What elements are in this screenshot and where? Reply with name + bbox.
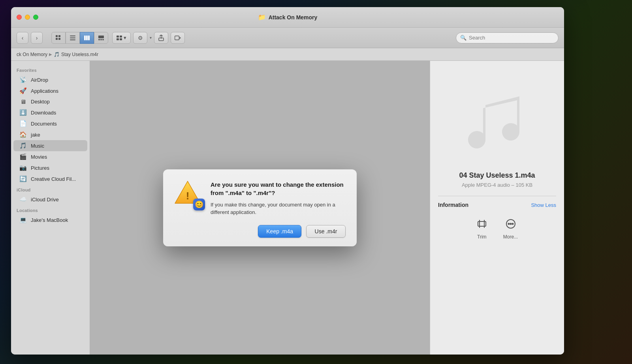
svg-rect-16 [117,38,119,40]
more-icon [505,218,516,232]
sidebar-label-movies: Movies [31,154,47,160]
svg-text:!: ! [186,190,190,202]
modal-overlay: ! 😊 Are you sure you want to change the … [90,61,430,355]
modal-title: Are you sure you want to change the exte… [211,180,346,197]
sidebar-item-music[interactable]: 🎵 Music [13,140,87,151]
folder-icon: 📁 [258,13,266,21]
modal-text-area: Are you sure you want to change the exte… [211,180,346,216]
breadcrumb-parent[interactable]: ck On Memory [17,52,47,57]
svg-point-28 [512,223,513,225]
macbook-icon: 💻 [19,216,27,223]
sidebar-item-pictures[interactable]: 📷 Pictures [13,162,87,173]
sidebar-item-applications[interactable]: 🚀 Applications [13,85,87,96]
trim-action[interactable]: Trim [476,218,487,240]
window-title-area: 📁 Attack On Memory [258,13,318,21]
preview-panel: 04 Stay Useless 1.m4a Apple MPEG-4 audio… [430,61,564,355]
music-icon: 🎵 [19,142,27,149]
music-note-large-icon [454,77,541,163]
svg-rect-10 [98,36,104,38]
finder-face-icon: 😊 [193,199,205,210]
modal-body: If you make this change, your document m… [211,201,346,216]
more-label: More... [503,234,518,240]
group-button[interactable]: ▾ [112,32,131,44]
sidebar-label-music: Music [31,143,44,149]
view-mode-group [51,32,108,44]
breadcrumb-arrow: ▶ [49,52,52,56]
breadcrumb-current[interactable]: Stay Useless.m4r [61,52,98,57]
sidebar-label-pictures: Pictures [31,165,49,171]
sidebar-label-documents: Documents [31,121,57,127]
sidebar-item-airdrop[interactable]: 📡 AirDrop [13,74,87,85]
svg-rect-11 [98,39,100,40]
preview-filename: 04 Stay Useless 1.m4a [438,171,556,180]
sidebar-item-documents[interactable]: 📄 Documents [13,118,87,129]
modal-buttons: Keep .m4a Use .m4r [174,225,346,238]
preview-info-header: Information Show Less [438,202,556,208]
show-less-button[interactable]: Show Less [531,202,556,208]
sidebar-item-icloud-drive[interactable]: ☁️ iCloud Drive [13,194,87,205]
back-button[interactable]: ‹ [17,32,28,44]
forward-button[interactable]: › [31,32,43,44]
svg-rect-9 [88,36,90,40]
sidebar-item-macbook[interactable]: 💻 Jake's MacBook [13,214,87,225]
svg-rect-6 [70,39,75,40]
more-action[interactable]: More... [503,218,518,240]
share-button[interactable] [154,32,168,44]
favorites-section-title: Favorites [11,65,90,74]
file-area: ! 😊 Are you sure you want to change the … [90,61,430,355]
creative-cloud-icon: 🔄 [19,175,27,182]
icloud-section-title: iCloud [11,184,90,194]
icloud-drive-icon: ☁️ [19,196,27,203]
close-button[interactable] [17,15,22,20]
pictures-icon: 📷 [19,164,27,171]
use-extension-button[interactable]: Use .m4r [306,225,346,238]
svg-rect-1 [58,35,60,37]
minimize-button[interactable] [25,15,30,20]
svg-rect-3 [58,38,60,40]
sidebar-item-desktop[interactable]: 🖥 Desktop [13,96,87,107]
main-content: Favorites 📡 AirDrop 🚀 Applications 🖥 Des… [11,61,564,355]
sidebar-item-creative-cloud[interactable]: 🔄 Creative Cloud Fil... [13,173,87,184]
tag-button[interactable] [171,32,185,44]
modal-icon-area: ! 😊 [174,180,203,209]
finder-window: 📁 Attack On Memory ‹ › [11,7,564,355]
sidebar-label-applications: Applications [31,88,58,94]
gallery-view-button[interactable] [94,32,108,44]
sidebar-label-desktop: Desktop [31,99,50,105]
breadcrumb-note-icon: 🎵 [54,52,60,57]
modal-dialog: ! 😊 Are you sure you want to change the … [163,169,357,246]
sidebar-label-icloud-drive: iCloud Drive [31,197,59,203]
locations-section-title: Locations [11,205,90,214]
trim-label: Trim [477,234,487,240]
documents-icon: 📄 [19,120,27,127]
svg-rect-13 [102,39,104,40]
search-icon: 🔍 [460,35,466,41]
keep-extension-button[interactable]: Keep .m4a [258,225,301,238]
sidebar-item-downloads[interactable]: ⬇️ Downloads [13,107,87,118]
sidebar-item-movies[interactable]: 🎬 Movies [13,151,87,162]
svg-rect-7 [84,36,86,40]
preview-info-title: Information [438,202,468,208]
svg-rect-4 [70,36,75,36]
settings-arrow-icon: ▾ [150,36,152,40]
search-input[interactable] [469,35,554,41]
jake-icon: 🏠 [19,131,27,138]
svg-point-27 [510,223,511,225]
preview-meta: Apple MPEG-4 audio – 105 KB [462,182,532,188]
svg-rect-17 [120,38,122,40]
settings-button[interactable]: ⚙ [133,32,147,44]
icon-view-button[interactable] [51,32,66,44]
column-view-button[interactable] [80,32,94,44]
svg-rect-15 [120,36,122,38]
sidebar-item-jake[interactable]: 🏠 jake [13,129,87,140]
window-controls [17,15,38,20]
list-view-button[interactable] [66,32,80,44]
modal-content: ! 😊 Are you sure you want to change the … [174,180,346,216]
desktop-icon: 🖥 [19,98,27,105]
movies-icon: 🎬 [19,153,27,160]
trim-icon [476,218,487,232]
svg-point-26 [508,223,509,225]
svg-rect-14 [117,36,119,38]
svg-rect-5 [70,38,75,38]
maximize-button[interactable] [33,15,38,20]
